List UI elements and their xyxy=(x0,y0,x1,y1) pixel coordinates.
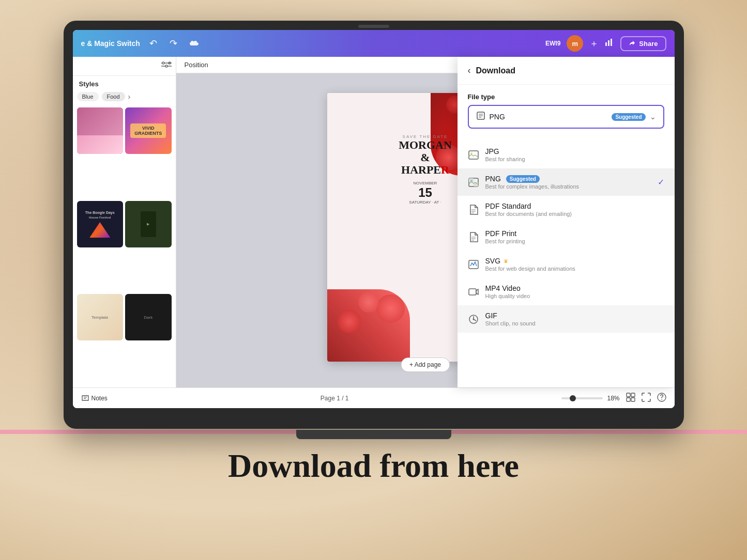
pdf-standard-desc: Best for documents (and emailing) xyxy=(485,211,664,217)
png-name: PNG Suggested xyxy=(485,175,664,183)
help-icon[interactable] xyxy=(657,393,666,404)
svg-icon xyxy=(468,260,479,269)
mp4-desc: High quality video xyxy=(485,293,664,299)
selected-suggested-badge: Suggested xyxy=(612,113,645,121)
left-sidebar: Styles Blue Food › V xyxy=(73,57,176,387)
template-grid: VIVIDGRADIENTS The Boogie DaysHouse Fest… xyxy=(73,105,176,387)
share-button[interactable]: Share xyxy=(620,36,666,51)
pdf-standard-name: PDF Standard xyxy=(485,202,664,210)
pdf-print-name: PDF Print xyxy=(485,229,664,238)
cloud-save-button[interactable] xyxy=(187,36,202,51)
svg-crown-icon: ♛ xyxy=(504,258,508,264)
pdf-print-icon xyxy=(468,232,479,242)
template-item[interactable] xyxy=(77,107,124,154)
svg-rect-23 xyxy=(627,398,630,401)
filter-icon[interactable] xyxy=(161,61,172,71)
svg-rect-24 xyxy=(631,398,635,401)
app-header: e & Magic Switch ↶ ↷ EWI9 m ＋ xyxy=(73,30,675,57)
svg-rect-0 xyxy=(605,42,607,46)
ewi-badge: EWI9 xyxy=(545,40,560,47)
png-option-text: PNG Suggested Best for complex images, i… xyxy=(485,175,664,190)
undo-button[interactable]: ↶ xyxy=(146,36,160,51)
svg-rect-1 xyxy=(608,40,609,46)
wedding-text-block: SAVE THE DATE MORGAN&HARPER NOVEMBER 15 … xyxy=(399,134,452,205)
template-item[interactable]: VIVIDGRADIENTS xyxy=(125,107,172,154)
pdf-standard-option-text: PDF Standard Best for documents (and ema… xyxy=(485,202,664,217)
png-desc: Best for complex images, illustrations xyxy=(485,183,664,190)
svg-point-3 xyxy=(162,62,164,64)
style-tag-blue[interactable]: Blue xyxy=(77,92,99,101)
mp4-name: MP4 Video xyxy=(485,284,664,292)
add-button[interactable]: ＋ xyxy=(589,37,599,50)
style-tag-food[interactable]: Food xyxy=(102,92,125,101)
jpg-name: JPG xyxy=(485,147,664,155)
couple-names: MORGAN&HARPER xyxy=(399,139,452,177)
roses-bottom-decoration xyxy=(327,289,410,362)
format-options-list: JPG Best for sharing xyxy=(458,137,675,337)
svg-name: SVG ♛ xyxy=(485,257,664,265)
notes-button[interactable]: Notes xyxy=(81,395,108,402)
png-suggested-badge: Suggested xyxy=(506,175,540,183)
png-icon xyxy=(468,178,479,187)
svg-option-text: SVG ♛ Best for web design and animations xyxy=(485,257,664,272)
zoom-percentage: 18% xyxy=(607,395,619,402)
zoom-slider-track[interactable] xyxy=(561,397,603,399)
position-label: Position xyxy=(185,61,208,69)
template-item[interactable]: Template xyxy=(77,294,124,340)
panel-title: Download xyxy=(476,66,515,75)
svg-rect-22 xyxy=(631,393,635,397)
laptop-screen: e & Magic Switch ↶ ↷ EWI9 m ＋ xyxy=(73,30,675,408)
option-pdf-standard[interactable]: PDF Standard Best for documents (and ema… xyxy=(458,196,675,223)
option-gif[interactable]: GIF Short clip, no sound xyxy=(458,305,675,333)
redo-button[interactable]: ↷ xyxy=(166,36,180,51)
option-mp4[interactable]: MP4 Video High quality video xyxy=(458,278,675,305)
zoom-slider-thumb[interactable] xyxy=(570,395,576,401)
template-item[interactable]: The Boogie DaysHouse Festival xyxy=(77,201,124,247)
pdf-print-option-text: PDF Print Best for printing xyxy=(485,229,664,244)
jpg-icon xyxy=(468,150,479,160)
option-svg[interactable]: SVG ♛ Best for web design and animations xyxy=(458,251,675,278)
pdf-standard-icon xyxy=(468,205,479,215)
laptop-base xyxy=(296,430,451,439)
svg-rect-21 xyxy=(627,393,630,397)
wedding-details: NOVEMBER 15 SATURDAY · AT · xyxy=(399,181,452,205)
jpg-desc: Best for sharing xyxy=(485,156,664,162)
file-select-name: PNG xyxy=(490,113,606,121)
file-type-select[interactable]: PNG Suggested ⌄ xyxy=(468,105,664,129)
laptop-notch xyxy=(358,25,389,28)
jpg-option-text: JPG Best for sharing xyxy=(485,147,664,162)
file-type-section: File type PNG Suggested ⌄ xyxy=(458,85,675,137)
svg-point-4 xyxy=(165,65,167,67)
select-chevron-icon: ⌄ xyxy=(650,113,656,121)
bottom-toolbar: Notes Page 1 / 1 18% xyxy=(73,387,675,408)
grid-view-icon[interactable] xyxy=(626,393,635,404)
style-tags-row: Blue Food › xyxy=(73,90,176,105)
svg-rect-18 xyxy=(469,289,476,295)
file-select-icon xyxy=(476,111,485,122)
tags-chevron-icon[interactable]: › xyxy=(128,92,131,101)
option-pdf-print[interactable]: PDF Print Best for printing xyxy=(458,223,675,251)
mp4-icon xyxy=(468,288,479,296)
add-page-button[interactable]: + Add page xyxy=(401,357,450,372)
user-avatar[interactable]: m xyxy=(567,35,583,52)
svg-point-20 xyxy=(472,318,474,320)
panel-back-button[interactable]: ‹ xyxy=(468,65,471,76)
fullscreen-icon[interactable] xyxy=(642,393,651,404)
mp4-option-text: MP4 Video High quality video xyxy=(485,284,664,299)
gif-option-text: GIF Short clip, no sound xyxy=(485,312,664,326)
svg-rect-11 xyxy=(469,151,478,159)
file-type-label: File type xyxy=(468,93,664,101)
option-png[interactable]: PNG Suggested Best for complex images, i… xyxy=(458,168,675,196)
gif-name: GIF xyxy=(485,312,664,320)
zoom-bar: 18% xyxy=(561,395,619,402)
template-item[interactable]: Dark xyxy=(125,294,172,340)
analytics-icon[interactable] xyxy=(605,38,614,49)
png-check-icon: ✓ xyxy=(658,177,664,187)
app-body: Styles Blue Food › V xyxy=(73,57,675,387)
download-heading: Download from here xyxy=(31,449,716,483)
template-item[interactable]: ▶ xyxy=(125,201,172,247)
sidebar-search-bar xyxy=(73,57,176,76)
svg-point-26 xyxy=(661,399,662,400)
download-panel: ‹ Download File type PNG Su xyxy=(458,57,675,387)
option-jpg[interactable]: JPG Best for sharing xyxy=(458,141,675,168)
